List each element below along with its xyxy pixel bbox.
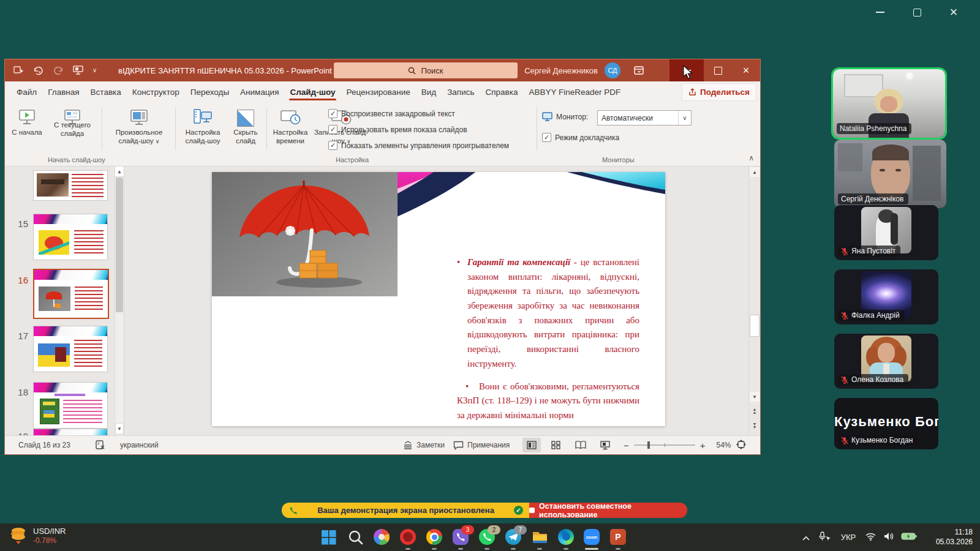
account-name[interactable]: Сергей Денежников	[524, 59, 598, 81]
scroll-up-icon[interactable]: ▲	[115, 167, 124, 177]
zoom-out-button[interactable]: −	[624, 440, 629, 451]
main-scrollbar[interactable]: ▲ ▼ ▲▲ ▼▼	[748, 167, 760, 435]
ppt-close-button[interactable]: ×	[732, 59, 760, 81]
undo-icon[interactable]	[33, 66, 45, 75]
scrollbar-thumb[interactable]	[750, 315, 760, 337]
tab-abbyy[interactable]: ABBYY FineReader PDF	[523, 81, 626, 102]
thumbnail-slide-18[interactable]	[33, 382, 108, 429]
paint-app-icon[interactable]	[374, 529, 390, 545]
scroll-down-icon[interactable]: ▼	[115, 423, 124, 434]
tab-transitions[interactable]: Переходы	[185, 81, 235, 102]
from-beginning-button[interactable]: С начала	[10, 106, 44, 137]
zoom-slider-thumb[interactable]	[647, 441, 650, 449]
ppt-maximize-button[interactable]	[704, 59, 732, 81]
hide-slide-button[interactable]: Скрыть слайд	[227, 106, 264, 145]
powerpoint-app-icon[interactable]: P	[610, 529, 627, 545]
spellcheck-icon[interactable]	[96, 436, 106, 454]
language-status[interactable]: украинский	[120, 436, 159, 454]
notes-toggle[interactable]: Заметки	[403, 436, 445, 454]
play-narrations-checkbox[interactable]: ✓Воспроизвести закадровый текст	[328, 109, 455, 118]
security-shield-icon[interactable]: ✓	[514, 506, 523, 515]
tab-view[interactable]: Вид	[416, 81, 442, 102]
tab-file[interactable]: Файл	[11, 81, 42, 102]
file-explorer-icon[interactable]	[532, 529, 548, 545]
slideshow-view-button[interactable]	[596, 438, 614, 452]
tab-insert[interactable]: Вставка	[85, 81, 127, 102]
show-media-controls-checkbox[interactable]: ✓Показать элементы управления проигрыват…	[328, 141, 509, 150]
autosave-icon[interactable]	[13, 66, 24, 75]
restore-icon[interactable]	[908, 5, 926, 20]
scroll-down-icon[interactable]: ▼	[750, 392, 760, 402]
stop-share-button[interactable]: Остановить совместное использование	[529, 503, 687, 518]
setup-slideshow-button[interactable]: Настройка слайд-шоу	[178, 106, 227, 145]
share-button[interactable]: Поделиться	[682, 83, 756, 101]
thumbnail-slide-16-selected[interactable]	[33, 269, 109, 319]
tab-help[interactable]: Справка	[480, 81, 523, 102]
customize-qat-icon[interactable]: ∨	[92, 67, 97, 73]
thumbnail-slide-17[interactable]	[33, 326, 108, 372]
thumbnail-slide-15[interactable]	[33, 214, 108, 260]
comments-toggle[interactable]: Примечания	[453, 436, 510, 454]
account-avatar[interactable]: СД	[605, 62, 620, 78]
previous-slide-icon[interactable]: ▲▲	[750, 405, 760, 416]
slide-16[interactable]: Гарантії та компенсації - це встановлені…	[212, 172, 665, 426]
ribbon-display-options-icon[interactable]	[627, 59, 651, 81]
from-current-slide-button[interactable]: С текущего слайда	[45, 106, 99, 138]
zoom-percent[interactable]: 54%	[710, 441, 731, 449]
tab-record[interactable]: Запись	[442, 81, 480, 102]
slide-text-block[interactable]: Гарантії та компенсації - це встановлені…	[457, 255, 639, 423]
participant-tile[interactable]: Фіалка Андрій	[834, 269, 938, 324]
close-icon[interactable]: ×	[944, 5, 963, 20]
collapse-ribbon-icon[interactable]: ∧	[748, 154, 754, 162]
slideshow-qat-icon[interactable]	[73, 66, 83, 75]
tab-design[interactable]: Конструктор	[127, 81, 185, 102]
volume-icon[interactable]	[880, 532, 898, 543]
scrollbar-thumb[interactable]	[116, 178, 123, 312]
normal-view-button[interactable]	[522, 438, 541, 452]
reading-view-button[interactable]	[571, 438, 590, 452]
tab-home[interactable]: Главная	[42, 81, 85, 102]
participant-video-tile[interactable]: Сергій Денєжніков	[834, 140, 946, 208]
weather-widget[interactable]: USD/INR -0.78%	[10, 526, 66, 545]
search-button[interactable]	[347, 529, 364, 545]
use-timings-checkbox[interactable]: ✓Использовать время показа слайдов	[328, 125, 467, 134]
ppt-minimize-button[interactable]	[669, 59, 704, 81]
thumbnail-scrollbar[interactable]: ▲ ▼	[115, 167, 124, 435]
thumbnail-slide-14[interactable]	[33, 170, 108, 201]
zoom-slider[interactable]	[634, 444, 695, 446]
tray-expand-icon[interactable]	[797, 532, 815, 543]
redo-icon[interactable]	[54, 66, 64, 75]
minimize-icon[interactable]	[871, 5, 889, 20]
slide-sorter-view-button[interactable]	[547, 438, 565, 452]
chrome-app-icon[interactable]	[426, 529, 443, 545]
opera-app-icon[interactable]	[400, 529, 417, 545]
wifi-icon[interactable]	[861, 532, 880, 543]
participant-tile[interactable]: Кузьменко Бог... Кузьменко Богдан	[834, 398, 938, 449]
clock[interactable]: 11:18 05.03.2026	[920, 528, 973, 547]
tab-slideshow[interactable]: Слайд-шоу	[284, 81, 341, 102]
slide-counter[interactable]: Слайд 16 из 23	[18, 436, 70, 454]
edge-app-icon[interactable]	[558, 529, 575, 545]
presenter-mode-checkbox[interactable]: ✓Режим докладчика	[542, 133, 619, 142]
tab-review[interactable]: Рецензирование	[341, 81, 416, 102]
start-button[interactable]	[320, 529, 337, 545]
participant-video-tile[interactable]: Nataliia Pshenychna	[833, 69, 945, 138]
fit-slide-icon[interactable]	[736, 440, 746, 451]
monitor-dropdown[interactable]: Автоматически ∨	[597, 110, 692, 126]
scroll-up-icon[interactable]: ▲	[750, 167, 760, 177]
whatsapp-app-icon[interactable]: 2	[479, 529, 496, 545]
custom-show-button[interactable]: Произвольное слайд-шоу ∨	[104, 106, 174, 145]
telegram-app-icon[interactable]: 7	[505, 529, 522, 545]
rehearse-timings-button[interactable]: Настройка времени	[268, 106, 312, 145]
mic-in-use-icon[interactable]	[815, 531, 835, 544]
zoom-in-button[interactable]: +	[700, 440, 706, 451]
participant-tile[interactable]: Яна Пустовіт	[834, 205, 938, 260]
zoom-app-icon[interactable]: zoom	[584, 529, 600, 545]
tab-animations[interactable]: Анимация	[235, 81, 284, 102]
battery-icon[interactable]	[898, 532, 920, 543]
search-input[interactable]: Поиск	[334, 62, 518, 78]
keyboard-language[interactable]: УКР	[835, 533, 861, 542]
next-slide-icon[interactable]: ▼▼	[750, 420, 760, 431]
viber-app-icon[interactable]: 3	[453, 529, 469, 545]
participant-tile[interactable]: Олена Козлова	[834, 334, 938, 389]
